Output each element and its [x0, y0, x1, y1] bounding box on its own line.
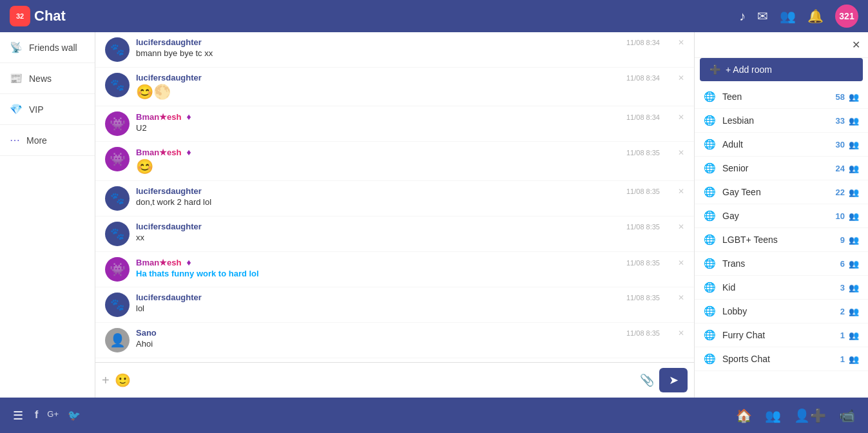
mail-icon[interactable]: ✉ — [757, 8, 768, 24]
list-item[interactable]: 🌐 Gay 10 👥 — [695, 204, 868, 228]
close-icon[interactable]: ✕ — [678, 148, 684, 157]
sidebar-item-more[interactable]: ⋯ More — [0, 125, 95, 156]
users-icon[interactable]: 👥 — [780, 8, 796, 24]
msg-text: U2 — [136, 123, 684, 133]
msg-text: bmann bye bye tc xx — [136, 48, 684, 58]
room-count: 24 — [836, 164, 845, 173]
emoji-button[interactable]: 🙂 — [115, 372, 131, 388]
messages-container: 🐾 lucifersdaughter 11/08 8:34 ✕ bmann by… — [95, 32, 694, 362]
room-name: Gay — [722, 211, 836, 221]
username: lucifersdaughter — [136, 186, 202, 196]
msg-time: 11/08 8:35 — [626, 149, 660, 157]
username: lucifersdaughter — [136, 73, 202, 82]
msg-text: 😊🌕 — [136, 84, 684, 101]
close-icon[interactable]: ✕ — [678, 187, 684, 196]
room-count: 2 — [840, 307, 845, 316]
msg-content: Bman★esh ♦ 11/08 8:35 ✕ 😊 — [136, 147, 684, 175]
sidebar-label-vip: VIP — [29, 104, 44, 115]
facebook-icon[interactable]: f — [35, 409, 38, 421]
home-icon[interactable]: 🏠 — [736, 408, 752, 423]
globe-icon: 🌐 — [704, 162, 716, 174]
list-item[interactable]: 🌐 Kid 3 👥 — [695, 276, 868, 300]
more-icon: ⋯ — [10, 134, 20, 146]
table-row: 🐾 lucifersdaughter 11/08 8:35 ✕ don,t wo… — [95, 181, 694, 216]
msg-text: Ahoi — [136, 339, 684, 349]
diamond-icon: ♦ — [187, 147, 191, 157]
news-icon: 📰 — [10, 72, 23, 84]
chat-input[interactable] — [136, 375, 635, 385]
close-icon[interactable]: ✕ — [678, 38, 684, 47]
room-name: Senior — [722, 163, 836, 173]
googleplus-icon[interactable]: G+ — [47, 409, 59, 421]
diamond-icon: ♦ — [187, 257, 191, 267]
msg-content: lucifersdaughter 11/08 8:34 ✕ 😊🌕 — [136, 73, 684, 101]
list-item[interactable]: 🌐 Lobby 2 👥 — [695, 300, 868, 323]
music-icon[interactable]: ♪ — [739, 9, 746, 24]
paperclip-icon[interactable]: 📎 — [640, 373, 654, 387]
footer-left: ☰ f G+ 🐦 — [13, 409, 81, 423]
room-count: 10 — [836, 211, 845, 221]
add-user-icon[interactable]: 👤➕ — [794, 408, 826, 423]
list-item[interactable]: 🌐 Lesbian 33 👥 — [695, 109, 868, 133]
video-icon[interactable]: 📹 — [839, 408, 855, 423]
sidebar-item-vip[interactable]: 💎 VIP — [0, 94, 95, 125]
list-item[interactable]: 🌐 Trans 6 👥 — [695, 252, 868, 276]
user-avatar[interactable]: 321 — [835, 5, 858, 28]
people-icon: 👥 — [849, 283, 859, 293]
room-count: 3 — [840, 283, 845, 293]
sidebar-item-friends-wall[interactable]: 📡 Friends wall — [0, 32, 95, 63]
room-name: Trans — [722, 258, 840, 269]
close-icon[interactable]: ✕ — [678, 258, 684, 267]
sidebar: 📡 Friends wall 📰 News 💎 VIP ⋯ More — [0, 32, 95, 398]
table-row: 🐾 lucifersdaughter 11/08 8:35 ✕ lol — [95, 287, 694, 323]
twitter-icon[interactable]: 🐦 — [68, 409, 81, 421]
table-row: 👾 Bman★esh ♦ 11/08 8:35 ✕ 😊 — [95, 142, 694, 181]
paw-icon: 🐾 — [110, 227, 124, 241]
globe-icon: 🌐 — [704, 115, 716, 126]
logo: 32 Chat — [10, 6, 66, 26]
close-icon[interactable]: ✕ — [678, 113, 684, 122]
close-icon[interactable]: ✕ — [678, 293, 684, 302]
close-panel-button[interactable]: ✕ — [852, 39, 860, 51]
globe-icon: 🌐 — [704, 91, 716, 102]
globe-icon: 🌐 — [704, 258, 716, 269]
room-panel: ✕ ➕ + Add room 🌐 Teen 58 👥 🌐 Lesbian 33 … — [694, 32, 868, 398]
people-icon: 👥 — [849, 92, 859, 102]
list-item[interactable]: 🌐 Sports Chat 1 👥 — [695, 347, 868, 371]
users-footer-icon[interactable]: 👥 — [765, 408, 781, 423]
people-icon: 👥 — [849, 164, 859, 173]
add-room-button[interactable]: ➕ + Add room — [700, 58, 863, 81]
list-item[interactable]: 🌐 LGBT+ Teens 9 👥 — [695, 228, 868, 252]
footer-social: f G+ 🐦 — [35, 409, 81, 421]
list-item[interactable]: 🌐 Teen 58 👥 — [695, 85, 868, 109]
globe-icon: 🌐 — [704, 234, 716, 245]
add-attachment-button[interactable]: + — [102, 373, 110, 388]
people-icon: 👥 — [849, 307, 859, 316]
menu-icon[interactable]: ☰ — [13, 409, 23, 423]
table-row: 🐾 lucifersdaughter 11/08 8:36 ✕ i AM fun… — [95, 358, 694, 362]
msg-time: 11/08 8:34 — [626, 39, 660, 46]
close-icon[interactable]: ✕ — [678, 329, 684, 338]
sidebar-label-news: News — [29, 73, 52, 84]
list-item[interactable]: 🌐 Senior 24 👥 — [695, 157, 868, 180]
close-icon[interactable]: ✕ — [678, 222, 684, 231]
room-count: 1 — [840, 331, 845, 340]
msg-content: Sano 11/08 8:35 ✕ Ahoi — [136, 328, 684, 349]
room-name: Gay Teen — [722, 187, 836, 197]
sidebar-item-news[interactable]: 📰 News — [0, 63, 95, 94]
table-row: 👤 Sano 11/08 8:35 ✕ Ahoi — [95, 323, 694, 358]
room-count: 30 — [836, 140, 845, 149]
avatar: 🐾 — [105, 186, 130, 211]
paw-icon: 🐾 — [110, 298, 124, 312]
vip-icon: 💎 — [10, 103, 23, 115]
list-item[interactable]: 🌐 Gay Teen 22 👥 — [695, 180, 868, 204]
globe-icon: 🌐 — [704, 329, 716, 341]
people-icon: 👥 — [849, 140, 859, 149]
people-icon: 👥 — [849, 188, 859, 197]
close-icon[interactable]: ✕ — [678, 73, 684, 82]
bell-icon[interactable]: 🔔 — [807, 8, 824, 24]
send-button[interactable]: ➤ — [659, 368, 688, 392]
list-item[interactable]: 🌐 Adult 30 👥 — [695, 133, 868, 157]
list-item[interactable]: 🌐 Furry Chat 1 👥 — [695, 323, 868, 347]
avatar: 🐾 — [105, 37, 130, 62]
